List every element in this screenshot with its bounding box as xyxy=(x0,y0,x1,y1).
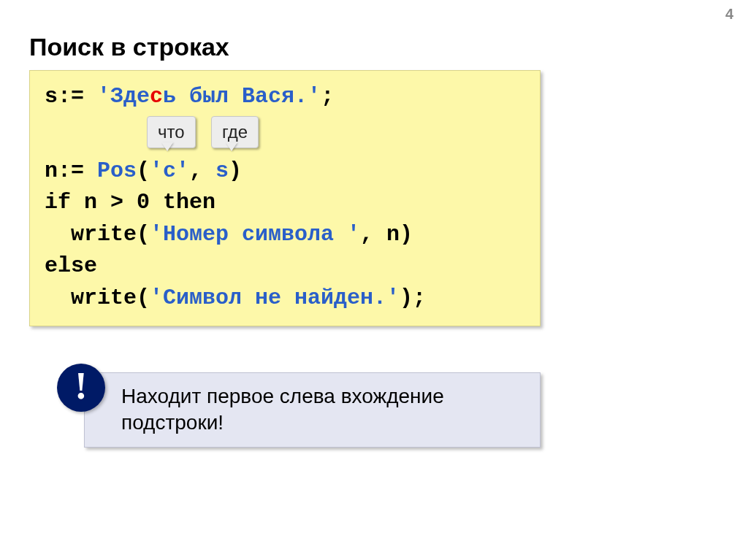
code-line-4: write('Номер символа ', n) xyxy=(45,219,525,251)
code-text: ) xyxy=(229,158,242,183)
note-line-2: подстроки! xyxy=(121,411,224,434)
string-part: ь был Вася. xyxy=(163,84,308,109)
code-block: s:= 'Здесь был Вася.'; что где n:= Pos('… xyxy=(29,70,541,326)
callout-tail-icon xyxy=(226,142,237,151)
code-line-6: write('Символ не найден.'); xyxy=(45,283,525,315)
code-line-5: else xyxy=(45,250,525,283)
string-part: Зде xyxy=(110,84,150,109)
note-box: Находит первое слева вхождение подстроки… xyxy=(84,372,541,448)
callout-tail-icon xyxy=(161,142,173,151)
code-text: ); xyxy=(400,285,426,310)
code-text: write( xyxy=(45,222,150,247)
var-arg: s xyxy=(215,158,229,183)
code-line-1: s:= 'Здесь был Вася.'; xyxy=(45,81,525,113)
code-text: ; xyxy=(321,84,334,109)
string-close: ' xyxy=(308,84,321,109)
callout-row: что где xyxy=(45,116,525,153)
string-open: ' xyxy=(97,84,110,109)
code-text: s:= xyxy=(45,84,97,109)
string-highlight: с xyxy=(150,84,163,109)
code-line-2: n:= Pos('с', s) xyxy=(45,156,525,188)
code-text: ( xyxy=(137,158,150,183)
string-literal: 'Символ не найден.' xyxy=(150,285,400,310)
code-text: write( xyxy=(45,285,150,310)
code-text: , xyxy=(189,158,215,183)
string-literal: 'Номер символа ' xyxy=(150,222,360,247)
code-line-3: if n > 0 then xyxy=(45,187,525,219)
code-text: , n) xyxy=(360,222,413,247)
page-number: 4 xyxy=(725,6,733,23)
note-line-1: Находит первое слева вхождение xyxy=(121,385,444,407)
function-name: Pos xyxy=(97,158,137,183)
exclamation-icon: ! xyxy=(57,364,105,412)
code-text: n:= xyxy=(45,158,97,183)
string-arg: 'с' xyxy=(150,158,189,183)
slide-heading: Поиск в строках xyxy=(29,33,229,61)
